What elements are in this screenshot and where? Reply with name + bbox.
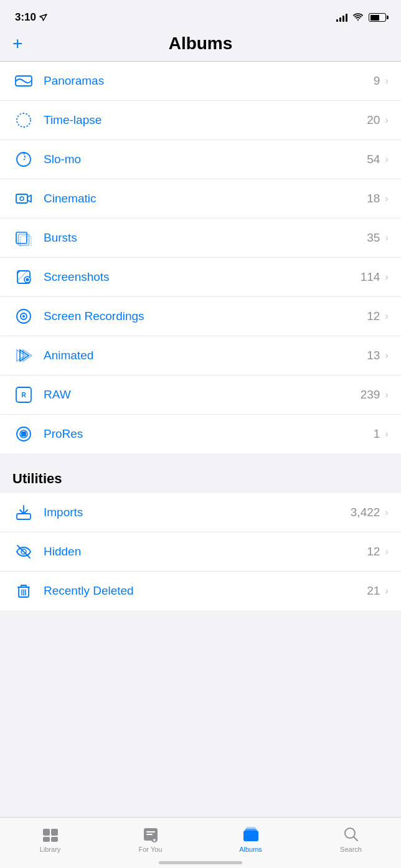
- tab-albums[interactable]: Albums: [200, 826, 301, 853]
- cinematic-chevron: ›: [385, 192, 389, 205]
- animated-count: 13: [367, 349, 380, 362]
- list-item-screenrecordings[interactable]: Screen Recordings 12 ›: [0, 297, 401, 336]
- svg-marker-16: [23, 350, 32, 361]
- prores-label: ProRes: [44, 427, 374, 441]
- screenrecordings-count: 12: [367, 309, 380, 323]
- hidden-count: 12: [367, 545, 380, 559]
- svg-point-10: [26, 278, 29, 281]
- svg-point-1: [17, 113, 31, 127]
- svg-rect-30: [146, 831, 155, 833]
- prores-count: 1: [374, 427, 380, 441]
- svg-rect-27: [43, 837, 50, 842]
- imports-count: 3,422: [351, 506, 380, 519]
- bursts-label: Bursts: [44, 231, 367, 245]
- battery-icon: [369, 13, 386, 22]
- hidden-icon: [12, 540, 35, 563]
- svg-rect-36: [246, 827, 256, 837]
- tab-foryou[interactable]: ♥ For You: [100, 826, 200, 853]
- svg-marker-15: [17, 350, 26, 361]
- slomo-label: Slo-mo: [44, 153, 367, 166]
- library-tab-icon: [42, 826, 59, 843]
- screenshots-icon: [12, 266, 35, 288]
- utilities-heading: Utilities: [0, 453, 401, 493]
- svg-text:♥: ♥: [153, 837, 156, 843]
- svg-marker-14: [20, 350, 29, 361]
- foryou-tab-label: For You: [139, 846, 163, 853]
- timelapse-chevron: ›: [385, 114, 389, 126]
- main-content: Panoramas 9 › Time-lapse 20 › Slo-m: [0, 62, 401, 666]
- bursts-count: 35: [367, 231, 380, 245]
- svg-point-13: [22, 315, 25, 318]
- list-item-cinematic[interactable]: Cinematic 18 ›: [0, 179, 401, 219]
- list-item-slomo[interactable]: Slo-mo 54 ›: [0, 140, 401, 179]
- panoramas-label: Panoramas: [44, 74, 374, 88]
- status-time: 3:10: [15, 11, 48, 24]
- cinematic-icon: [12, 187, 35, 210]
- screenshots-chevron: ›: [385, 271, 389, 283]
- add-button[interactable]: +: [12, 35, 22, 52]
- search-tab-label: Search: [340, 846, 362, 853]
- screenrecordings-chevron: ›: [385, 310, 389, 323]
- animated-chevron: ›: [385, 349, 389, 362]
- tab-library[interactable]: Library: [0, 826, 100, 853]
- media-types-section: Panoramas 9 › Time-lapse 20 › Slo-m: [0, 62, 401, 453]
- timelapse-count: 20: [367, 113, 380, 127]
- list-item-raw[interactable]: R RAW 239 ›: [0, 375, 401, 415]
- screenrecordings-icon: [12, 305, 35, 328]
- raw-chevron: ›: [385, 389, 389, 401]
- prores-chevron: ›: [385, 428, 389, 440]
- svg-rect-26: [51, 829, 58, 836]
- screenshots-label: Screenshots: [44, 270, 361, 284]
- albums-tab-icon: [242, 826, 260, 843]
- foryou-tab-icon: ♥: [142, 826, 159, 843]
- raw-count: 239: [361, 388, 380, 402]
- recentlydeleted-icon: [12, 580, 35, 602]
- cinematic-count: 18: [367, 192, 380, 205]
- svg-rect-22: [17, 514, 31, 519]
- wifi-icon: [352, 13, 364, 22]
- hidden-chevron: ›: [385, 545, 389, 558]
- recentlydeleted-label: Recently Deleted: [44, 584, 367, 598]
- svg-rect-25: [43, 829, 50, 836]
- page-title: Albums: [169, 34, 233, 54]
- list-item-prores[interactable]: ProRes 1 ›: [0, 415, 401, 453]
- imports-chevron: ›: [385, 506, 389, 519]
- list-item-animated[interactable]: Animated 13 ›: [0, 336, 401, 375]
- status-bar: 3:10: [0, 0, 401, 31]
- home-indicator: [159, 861, 242, 864]
- svg-rect-31: [146, 834, 153, 835]
- list-item-timelapse[interactable]: Time-lapse 20 ›: [0, 101, 401, 140]
- slomo-chevron: ›: [385, 153, 389, 166]
- raw-label: RAW: [44, 388, 361, 402]
- prores-icon: [12, 423, 35, 445]
- list-item-bursts[interactable]: Bursts 35 ›: [0, 219, 401, 258]
- list-item-hidden[interactable]: Hidden 12 ›: [0, 532, 401, 572]
- imports-icon: [12, 501, 35, 524]
- tab-bar: Library ♥ For You Albums: [0, 817, 401, 868]
- search-tab-icon: [342, 826, 360, 843]
- panoramas-count: 9: [374, 74, 380, 88]
- tab-search[interactable]: Search: [301, 826, 401, 853]
- slomo-count: 54: [367, 153, 380, 166]
- bursts-icon: [12, 227, 35, 249]
- location-arrow-icon: [39, 13, 48, 22]
- list-item-screenshots[interactable]: Screenshots 114 ›: [0, 258, 401, 297]
- svg-point-4: [20, 197, 24, 200]
- header: + Albums: [0, 31, 401, 61]
- recentlydeleted-count: 21: [367, 584, 380, 598]
- svg-text:R: R: [21, 392, 26, 399]
- list-item-imports[interactable]: Imports 3,422 ›: [0, 493, 401, 532]
- bursts-chevron: ›: [385, 232, 389, 244]
- svg-rect-28: [51, 837, 58, 842]
- screenrecordings-label: Screen Recordings: [44, 309, 367, 323]
- raw-icon: R: [12, 384, 35, 406]
- svg-rect-21: [21, 432, 26, 436]
- animated-label: Animated: [44, 349, 367, 362]
- library-tab-label: Library: [40, 846, 61, 853]
- utilities-section: Imports 3,422 › Hidden 12 ›: [0, 493, 401, 610]
- imports-label: Imports: [44, 506, 351, 519]
- list-item-recentlydeleted[interactable]: Recently Deleted 21 ›: [0, 572, 401, 610]
- svg-rect-3: [16, 194, 27, 203]
- animated-icon: [12, 344, 35, 367]
- list-item-panoramas[interactable]: Panoramas 9 ›: [0, 62, 401, 101]
